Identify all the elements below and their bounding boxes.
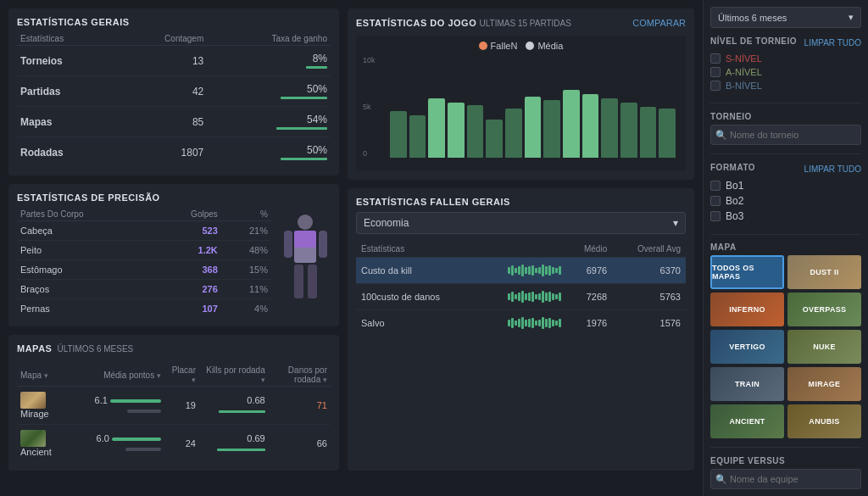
map-tile-train[interactable]: TRAIN xyxy=(710,367,784,401)
map-tile-dust2[interactable]: DUST II xyxy=(787,255,861,289)
map-tile-mirage[interactable]: MIRAGE xyxy=(787,367,861,401)
body-silhouette xyxy=(280,208,331,318)
map-tile-anubis[interactable]: ANUBIS xyxy=(787,404,861,438)
mini-bar xyxy=(525,293,527,300)
checkbox-b-box[interactable] xyxy=(710,81,721,91)
mini-bar xyxy=(548,265,551,276)
map-tile-label: NUKE xyxy=(787,330,861,364)
kills-bar xyxy=(217,449,265,451)
economy-select[interactable]: Economia ▾ xyxy=(356,212,686,234)
tournament-search-input[interactable] xyxy=(710,125,861,145)
map-tile-label: INFERNO xyxy=(710,293,784,326)
col-avg: Média pontos ▾ xyxy=(75,364,164,387)
fallen-table: Estatísticas Médio Overall Avg Custo da … xyxy=(356,241,686,336)
tournament-level-clear[interactable]: LIMPAR TUDO xyxy=(804,38,861,47)
table-row: Estômago 368 15% xyxy=(17,260,271,280)
right-sidebar: Últimos 6 meses ▾ NÍVEL DE TORNEIO LIMPA… xyxy=(703,0,868,496)
checkbox-bo1[interactable]: Bo1 xyxy=(710,180,861,192)
map-name: Ancient xyxy=(17,425,75,463)
map-dmg: 71 xyxy=(269,387,331,425)
col-pct: % xyxy=(221,208,271,221)
mini-bar xyxy=(555,294,558,299)
chart-bar xyxy=(563,90,580,158)
mini-bar xyxy=(521,317,524,329)
mini-bar xyxy=(515,320,517,326)
mini-bar xyxy=(525,320,527,326)
table-row: Mirage 6.1 19 0.68 71 xyxy=(17,387,331,425)
map-grid: TODOS OS MAPASDUST IIINFERNOOVERPASSVERT… xyxy=(710,255,861,438)
mini-bar xyxy=(515,294,517,299)
map-tile-inferno[interactable]: INFERNO xyxy=(710,293,784,326)
checkbox-bo1-box[interactable] xyxy=(710,181,721,191)
team-search-input[interactable] xyxy=(710,469,861,489)
chart-bar xyxy=(448,103,465,158)
checkbox-a-nivel[interactable]: A-NÍVEL xyxy=(710,67,861,77)
mini-bar xyxy=(548,292,551,302)
y-label-0: 0 xyxy=(363,149,383,158)
svg-rect-2 xyxy=(294,231,316,248)
format-clear[interactable]: LIMPAR TUDO xyxy=(804,164,861,174)
map-tile-label: TODOS OS MAPAS xyxy=(712,257,782,287)
y-label-5k: 5k xyxy=(363,103,383,111)
checkbox-bo3-box[interactable] xyxy=(710,211,721,221)
col-count: Contagem xyxy=(116,32,207,46)
stat-count: 13 xyxy=(116,46,207,76)
map-tile-vertigo[interactable]: VERTIGO xyxy=(710,330,784,364)
mini-bar xyxy=(525,267,527,274)
mini-bar xyxy=(511,318,514,328)
checkbox-s-label: S-NÍVEL xyxy=(726,53,762,64)
stat-pct: 8% xyxy=(207,46,331,76)
chart-bar xyxy=(409,115,426,158)
checkbox-s-box[interactable] xyxy=(710,53,721,64)
map-title: MAPA xyxy=(710,242,861,252)
fallen-stat-name: 100custo de danos xyxy=(356,284,479,310)
map-tile-ancient[interactable]: ANCIENT xyxy=(710,404,784,438)
stat-name: Torneios xyxy=(17,46,116,76)
hits-val: 276 xyxy=(155,280,221,299)
map-thumbnail xyxy=(20,430,46,447)
tournament-filter: TORNEIO 🔍 xyxy=(710,112,861,145)
mini-bar xyxy=(511,292,514,302)
chart-bar xyxy=(543,100,560,158)
hits-val: 107 xyxy=(155,299,221,319)
map-tile-overpass[interactable]: OVERPASS xyxy=(787,293,861,326)
period-select[interactable]: Últimos 6 meses ▾ xyxy=(710,7,861,28)
map-avg: 6.0 xyxy=(75,425,164,463)
divider-3 xyxy=(710,234,861,235)
col-hits: Golpes xyxy=(155,208,221,221)
maps-table: Mapa ▾ Média pontos ▾ Placar ▾ Kills por… xyxy=(17,364,331,462)
col-dmg: Danos por rodada ▾ xyxy=(269,364,331,387)
map-tile-label: ANUBIS xyxy=(787,404,861,438)
checkbox-bo3[interactable]: Bo3 xyxy=(710,210,861,222)
chart-bar xyxy=(620,103,637,158)
checkbox-s-nivel[interactable]: S-NÍVEL xyxy=(710,53,861,64)
mini-bar xyxy=(538,267,541,274)
checkbox-b-nivel[interactable]: B-NÍVEL xyxy=(710,81,861,91)
map-tile-todos[interactable]: TODOS OS MAPAS xyxy=(710,255,784,289)
chart-bar xyxy=(659,109,676,158)
fallen-col-avg: Médio xyxy=(566,241,612,258)
checkbox-bo2[interactable]: Bo2 xyxy=(710,195,861,207)
fallen-mini-bars xyxy=(479,310,566,337)
game-stats-title: ESTATÍSTICAS DO JOGO xyxy=(356,18,476,28)
checkbox-bo2-box[interactable] xyxy=(710,196,721,206)
chart-bar xyxy=(582,94,599,158)
legend-player-label: FalleN xyxy=(491,41,518,51)
tournament-title: TORNEIO xyxy=(710,112,861,121)
map-thumbnail xyxy=(20,392,46,409)
fallen-mini-bars xyxy=(479,284,566,310)
checkbox-bo2-label: Bo2 xyxy=(726,195,743,207)
chart-bar xyxy=(601,98,618,158)
team-search-wrap: 🔍 xyxy=(710,469,861,489)
tournament-level-filter: NÍVEL DE TORNEIO LIMPAR TUDO S-NÍVEL A-N… xyxy=(710,36,861,94)
checkbox-a-box[interactable] xyxy=(710,67,721,77)
compare-link[interactable]: COMPARAR xyxy=(632,18,686,28)
map-dmg: 66 xyxy=(269,425,331,463)
avg-bar xyxy=(112,437,161,441)
hits-val: 523 xyxy=(155,221,221,241)
hits-val: 368 xyxy=(155,260,221,280)
mini-bar xyxy=(511,265,514,276)
fallen-avg: 6370 xyxy=(612,258,686,284)
stat-name: Partidas xyxy=(17,76,116,107)
map-tile-nuke[interactable]: NUKE xyxy=(787,330,861,364)
